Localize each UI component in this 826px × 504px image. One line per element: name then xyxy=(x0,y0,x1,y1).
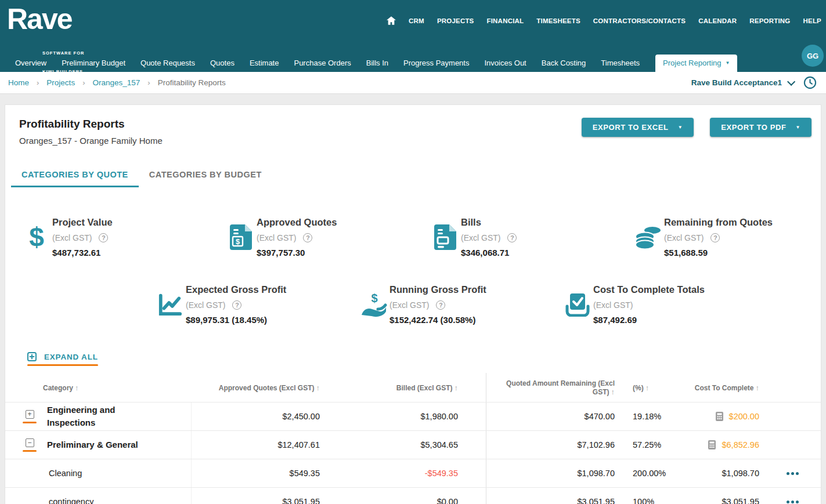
project-nav-back-costing[interactable]: Back Costing xyxy=(534,55,594,72)
collapse-row-button[interactable] xyxy=(23,438,37,452)
active-indicator xyxy=(23,422,37,423)
cost-to-complete-cell: $6,852.96 xyxy=(665,431,764,459)
kpi-project-value: $ Project Value (Excl GST) $487,732.61 xyxy=(23,211,227,264)
cost-to-complete-cell: $3,051.95 xyxy=(665,488,764,504)
top-nav-item-financial[interactable]: FINANCIAL xyxy=(487,17,524,24)
kpi-value: $152,422.74 (30.58%) xyxy=(389,315,486,325)
top-nav-item-reporting[interactable]: REPORTING xyxy=(749,17,790,24)
calculator-icon xyxy=(708,440,716,449)
project-nav-progress-payments[interactable]: Progress Payments xyxy=(396,55,477,72)
active-indicator xyxy=(27,364,98,366)
calculator-icon xyxy=(716,412,723,421)
expand-all: EXPAND ALL xyxy=(27,352,98,366)
tab-categories-by-quote[interactable]: CATEGORIES BY QUOTE xyxy=(11,164,139,187)
expand-all-button[interactable]: EXPAND ALL xyxy=(27,352,98,361)
approved-cell: $549.35 xyxy=(191,459,326,487)
kpi-value: $346,068.71 xyxy=(461,248,517,258)
remaining-cell: $470.00 xyxy=(486,403,619,430)
project-nav-quote-requests[interactable]: Quote Requests xyxy=(133,55,203,72)
project-nav-invoices-out[interactable]: Invoices Out xyxy=(477,55,533,72)
export-to-excel-button[interactable]: EXPORT TO EXCEL xyxy=(582,118,694,137)
project-nav-estimate[interactable]: Estimate xyxy=(242,55,287,72)
actions-cell xyxy=(764,403,821,430)
actions-cell xyxy=(764,431,821,459)
help-icon[interactable] xyxy=(232,300,241,310)
avatar[interactable]: GG xyxy=(802,45,824,67)
breadcrumb-project[interactable]: Oranges_157 xyxy=(92,78,140,87)
breadcrumb-right: Rave Build Acceptance1 xyxy=(691,76,818,89)
col-quoted-amount-remaining[interactable]: Quoted Amount Remaining (Excl GST) xyxy=(486,373,619,402)
col-approved-quotes[interactable]: Approved Quotes (Excl GST) xyxy=(191,373,326,402)
expand-icon xyxy=(26,410,34,419)
top-nav-item-help[interactable]: HELP xyxy=(803,17,821,24)
col-cost-to-complete[interactable]: Cost To Complete xyxy=(665,373,764,402)
kpi-value: $89,975.31 (18.45%) xyxy=(186,315,286,325)
report-tabs: CATEGORIES BY QUOTE CATEGORIES BY BUDGET xyxy=(5,164,821,187)
tab-categories-by-budget[interactable]: CATEGORIES BY BUDGET xyxy=(139,164,272,187)
breadcrumb-bar: Home Projects Oranges_157 Profitability … xyxy=(0,72,826,94)
help-icon[interactable] xyxy=(436,300,445,310)
account-switcher[interactable]: Rave Build Acceptance1 xyxy=(691,78,793,87)
col-category[interactable]: Category xyxy=(5,373,191,402)
project-nav-preliminary-budget[interactable]: Preliminary Budget xyxy=(54,55,133,72)
collapse-icon xyxy=(26,438,34,447)
project-nav-quotes[interactable]: Quotes xyxy=(203,55,242,72)
chevron-down-icon xyxy=(787,77,795,85)
help-icon[interactable] xyxy=(303,233,312,242)
top-nav-item-crm[interactable]: CRM xyxy=(409,17,424,24)
row-menu-button[interactable] xyxy=(783,497,802,504)
breadcrumb-home[interactable]: Home xyxy=(8,78,29,87)
project-nav: Overview Preliminary Budget Quote Reques… xyxy=(0,55,826,72)
row-menu-button[interactable] xyxy=(783,469,802,478)
expand-row-button[interactable] xyxy=(23,410,37,423)
dollar-icon: $ xyxy=(23,224,51,251)
actions-cell xyxy=(764,488,821,504)
ballot-check-icon xyxy=(564,292,591,317)
kpi-row-1: $ Project Value (Excl GST) $487,732.61 $ xyxy=(5,211,821,264)
profitability-report-card: Profitability Reports Oranges_157 - Oran… xyxy=(5,104,821,504)
top-nav-item-contractors-contacts[interactable]: CONTRACTORS/CONTACTS xyxy=(593,17,686,24)
bill-document-icon xyxy=(431,224,459,250)
home-icon[interactable] xyxy=(387,16,396,25)
project-nav-purchase-orders[interactable]: Purchase Orders xyxy=(286,55,358,72)
col-actions xyxy=(764,373,821,402)
rave-logo[interactable]: Rave SOFTWARE FOR KIWI BUILDERS xyxy=(7,3,72,35)
breadcrumb-separator-icon xyxy=(147,78,150,87)
approved-cell: $3,051.95 xyxy=(191,488,326,504)
table-row: Preliminary & General $12,407.61 $5,304.… xyxy=(5,430,821,459)
page-subtitle: Oranges_157 - Orange Family Home xyxy=(19,136,163,146)
export-buttons: EXPORT TO EXCEL EXPORT TO PDF xyxy=(582,118,811,137)
kpi-value: $87,492.69 xyxy=(593,315,705,325)
project-nav-bills-in[interactable]: Bills In xyxy=(359,55,396,72)
project-nav-timesheets[interactable]: Timesheets xyxy=(593,55,647,72)
svg-text:$: $ xyxy=(236,237,240,246)
remaining-cell: $3,051.95 xyxy=(486,488,619,504)
help-icon[interactable] xyxy=(710,233,720,242)
help-icon[interactable] xyxy=(99,233,108,242)
brand-name: Rave xyxy=(7,3,72,35)
kpi-running-gross-profit: $ Running Gross Profit (Excl GST) $152,4… xyxy=(360,278,564,331)
top-nav-item-timesheets[interactable]: TIMESHEETS xyxy=(536,17,580,24)
chevron-down-icon: ▼ xyxy=(726,61,730,66)
category-name: contingency xyxy=(5,488,191,504)
chevron-down-icon xyxy=(678,125,683,130)
hand-dollar-icon: $ xyxy=(360,292,388,317)
quote-document-icon: $ xyxy=(227,224,255,250)
category-cell: Engineering and Inspections xyxy=(5,403,191,430)
col-percent[interactable]: (%) xyxy=(619,373,665,402)
breadcrumb-separator-icon xyxy=(37,78,39,87)
top-nav-item-calendar[interactable]: CALENDAR xyxy=(698,17,737,24)
cost-to-complete-cell: $1,098.70 xyxy=(665,459,764,487)
clock-icon[interactable] xyxy=(803,76,817,89)
top-nav-item-projects[interactable]: PROJECTS xyxy=(437,17,474,24)
kpi-bills: Bills (Excl GST) $346,068.71 xyxy=(431,211,634,264)
percent-cell: 57.25% xyxy=(619,431,665,459)
kpi-value: $51,688.59 xyxy=(664,248,773,258)
billed-cell: $0.00 xyxy=(326,488,486,504)
export-to-pdf-button[interactable]: EXPORT TO PDF xyxy=(710,118,811,137)
project-nav-overview[interactable]: Overview xyxy=(8,55,54,72)
project-nav-project-reporting[interactable]: Project Reporting ▼ xyxy=(655,55,737,72)
category-name: Cleaning xyxy=(5,459,191,487)
col-billed[interactable]: Billed (Excl GST) xyxy=(326,373,486,402)
help-icon[interactable] xyxy=(507,233,517,242)
